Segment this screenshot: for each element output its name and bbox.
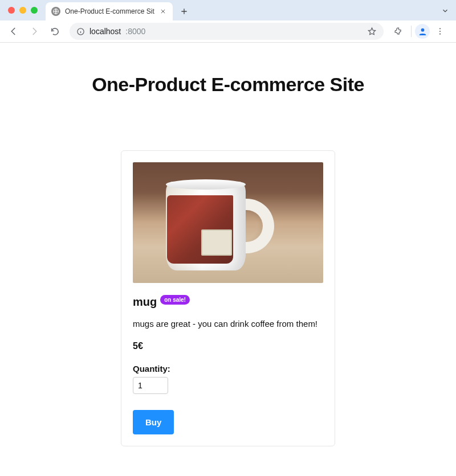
extensions-icon[interactable] <box>389 22 408 40</box>
toolbar-right <box>389 22 451 40</box>
back-button[interactable] <box>5 22 23 40</box>
tab-bar: One-Product E-commerce Sit <box>0 0 456 20</box>
product-header: mug on sale! <box>133 296 323 309</box>
close-icon[interactable] <box>159 7 167 15</box>
forward-button[interactable] <box>25 22 43 40</box>
product-description: mugs are great - you can drink coffee fr… <box>133 319 323 329</box>
buy-button[interactable]: Buy <box>133 410 174 434</box>
quantity-input[interactable] <box>133 377 168 394</box>
page-title: One-Product E-commerce Site <box>92 73 364 96</box>
new-tab-button[interactable] <box>176 3 192 19</box>
window-controls <box>8 7 38 14</box>
svg-point-5 <box>439 34 441 35</box>
site-info-icon[interactable] <box>76 27 85 36</box>
tab-title: One-Product E-commerce Sit <box>65 7 154 15</box>
url-port: :8000 <box>125 27 145 36</box>
svg-point-3 <box>439 28 441 29</box>
globe-icon <box>51 7 60 16</box>
window-maximize-button[interactable] <box>31 7 38 14</box>
url-host: localhost <box>89 27 121 36</box>
reload-button[interactable] <box>46 22 64 40</box>
browser-tab[interactable]: One-Product E-commerce Sit <box>46 2 173 20</box>
kebab-menu-icon[interactable] <box>431 22 449 40</box>
product-card: mug on sale! mugs are great - you can dr… <box>121 150 335 446</box>
sale-badge: on sale! <box>160 295 190 305</box>
page-content: One-Product E-commerce Site mug on sale!… <box>0 43 456 446</box>
svg-point-2 <box>421 28 424 31</box>
toolbar-divider <box>411 26 412 37</box>
browser-chrome: One-Product E-commerce Sit localhost:800… <box>0 0 456 43</box>
address-bar[interactable]: localhost:8000 <box>70 23 384 40</box>
product-name: mug <box>133 296 157 309</box>
svg-point-4 <box>439 31 441 32</box>
product-image <box>133 162 323 283</box>
profile-avatar[interactable] <box>415 24 430 39</box>
window-minimize-button[interactable] <box>19 7 26 14</box>
chevron-down-icon[interactable] <box>440 6 450 16</box>
star-icon[interactable] <box>367 27 377 36</box>
quantity-label: Quantity: <box>133 364 323 374</box>
toolbar: localhost:8000 <box>0 20 456 42</box>
product-price: 5€ <box>133 341 323 351</box>
window-close-button[interactable] <box>8 7 15 14</box>
